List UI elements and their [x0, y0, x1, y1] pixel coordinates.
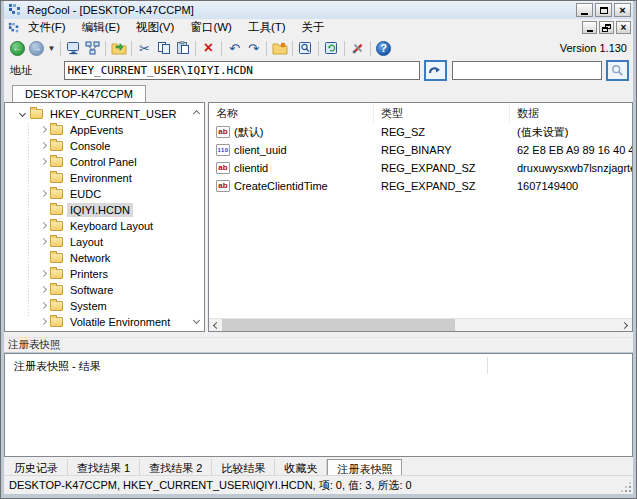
value-row[interactable]: client_uuid REG_BINARY 62 E8 EB A9 89 16…: [209, 141, 632, 159]
child-window-icon: [8, 22, 20, 34]
column-header-name[interactable]: 名称: [209, 103, 374, 123]
favorites-folder-icon[interactable]: [270, 39, 289, 58]
tree-item[interactable]: Printers: [5, 266, 204, 282]
address-bar: 地址: [4, 59, 633, 83]
folder-icon: [50, 189, 63, 199]
menu-file[interactable]: 文件(F): [20, 19, 74, 36]
address-label: 地址: [10, 63, 64, 78]
delete-icon[interactable]: ×: [199, 39, 218, 58]
history-dropdown-icon[interactable]: ▼: [46, 39, 57, 58]
folder-icon: [30, 109, 43, 119]
chevron-right-icon[interactable]: [38, 157, 48, 167]
tab-search-results-2[interactable]: 查找结果 2: [140, 459, 212, 475]
horizontal-scrollbar[interactable]: [209, 318, 632, 331]
tree-item[interactable]: Layout: [5, 234, 204, 250]
scroll-right-icon[interactable]: [619, 319, 632, 332]
folder-icon: [50, 253, 63, 263]
address-input[interactable]: [64, 61, 420, 80]
value-row[interactable]: clientid REG_EXPAND_SZ druxuwysxwb7lsnzj…: [209, 159, 632, 177]
maximize-button[interactable]: [595, 3, 612, 17]
session-tab-desktop[interactable]: DESKTOP-K47CCPM: [12, 85, 146, 102]
go-to-address-button[interactable]: [424, 60, 447, 81]
chevron-right-icon[interactable]: [38, 317, 48, 327]
paste-icon[interactable]: [173, 39, 192, 58]
tree-scroll-up-icon[interactable]: [192, 108, 201, 117]
tab-favorites[interactable]: 收藏夹: [275, 459, 327, 475]
chevron-right-icon[interactable]: [38, 141, 48, 151]
chevron-right-icon[interactable]: [38, 269, 48, 279]
chevron-right-icon[interactable]: [38, 221, 48, 231]
chevron-down-icon[interactable]: [18, 109, 28, 119]
value-list: 名称 类型 数据 (默认) REG_SZ (值未设置) client_uuid …: [208, 102, 633, 332]
help-icon[interactable]: ?: [374, 39, 393, 58]
chevron-right-icon[interactable]: [38, 301, 48, 311]
tree-item[interactable]: Console: [5, 138, 204, 154]
network-connect-icon[interactable]: [83, 39, 102, 58]
tree-scroll-down-icon[interactable]: [192, 317, 201, 326]
back-icon[interactable]: ←: [8, 39, 27, 58]
tree-item[interactable]: Network: [5, 250, 204, 266]
status-bar: DESKTOP-K47CCPM, HKEY_CURRENT_USER\IQIYI…: [4, 475, 633, 494]
scroll-left-icon[interactable]: [209, 319, 222, 332]
child-restore-button[interactable]: [599, 21, 614, 34]
jump-to-key-icon[interactable]: [109, 39, 128, 58]
folder-icon: [50, 237, 63, 247]
chevron-right-icon[interactable]: [38, 237, 48, 247]
session-tab-strip: DESKTOP-K47CCPM: [4, 83, 633, 102]
tree-item[interactable]: Environment: [5, 170, 204, 186]
scrollbar-thumb[interactable]: [222, 319, 455, 332]
search-preview-icon[interactable]: [296, 39, 315, 58]
undo-icon[interactable]: ↶: [225, 39, 244, 58]
menu-about[interactable]: 关于: [294, 19, 333, 36]
column-header-type[interactable]: 类型: [374, 103, 510, 123]
tab-compare-results[interactable]: 比较结果: [212, 459, 275, 475]
tab-history[interactable]: 历史记录: [5, 459, 68, 475]
tree-item[interactable]: Volatile Environment: [5, 314, 204, 330]
copy-icon[interactable]: [154, 39, 173, 58]
child-minimize-button[interactable]: [582, 21, 597, 34]
tree-item[interactable]: Keyboard Layout: [5, 218, 204, 234]
tree-item[interactable]: System: [5, 298, 204, 314]
tools-icon[interactable]: [348, 39, 367, 58]
folder-icon: [50, 221, 63, 231]
value-data: druxuwysxwb7lsnzjagrted: [510, 162, 632, 174]
cut-icon[interactable]: ✂: [135, 39, 154, 58]
menu-view[interactable]: 视图(V): [128, 19, 182, 36]
snapshot-panel-title: 注册表快照: [4, 337, 633, 352]
tree-item[interactable]: Control Panel: [5, 154, 204, 170]
chevron-right-icon[interactable]: [38, 125, 48, 135]
computer-icon[interactable]: [64, 39, 83, 58]
menu-window[interactable]: 窗口(W): [182, 19, 240, 36]
value-data: 62 E8 EB A9 89 16 40 43: [510, 144, 632, 156]
forward-icon[interactable]: →: [27, 39, 46, 58]
menu-tools[interactable]: 工具(T): [240, 19, 294, 36]
search-button[interactable]: [606, 60, 629, 81]
refresh-window-icon[interactable]: [322, 39, 341, 58]
value-row[interactable]: (默认) REG_SZ (值未设置): [209, 123, 632, 141]
tree-item[interactable]: EUDC: [5, 186, 204, 202]
snapshot-column-divider: [487, 357, 488, 374]
resize-grip-icon[interactable]: [621, 482, 631, 492]
child-close-button[interactable]: ×: [616, 21, 631, 34]
menu-edit[interactable]: 编辑(E): [74, 19, 128, 36]
value-name: CreateClientidTime: [234, 180, 328, 192]
tree-item-selected[interactable]: IQIYI.HCDN: [5, 202, 204, 218]
chevron-right-icon[interactable]: [38, 285, 48, 295]
tree-item[interactable]: HKEY_CURRENT_USER: [5, 106, 204, 122]
value-name: (默认): [234, 125, 263, 140]
tree-item[interactable]: AppEvents: [5, 122, 204, 138]
value-row[interactable]: CreateClientidTime REG_EXPAND_SZ 1607149…: [209, 177, 632, 195]
tree-item[interactable]: Software: [5, 282, 204, 298]
registry-tree: HKEY_CURRENT_USER AppEvents Console Cont…: [4, 102, 205, 332]
tab-registry-snapshot[interactable]: 注册表快照: [327, 459, 402, 475]
minimize-button[interactable]: [576, 3, 593, 17]
snapshot-result-header[interactable]: 注册表快照 - 结果: [5, 354, 632, 374]
title-bar: RegCool - [DESKTOP-K47CCPM] ×: [4, 1, 633, 19]
close-button[interactable]: ×: [614, 3, 631, 17]
folder-icon: [50, 157, 63, 167]
quick-search-input[interactable]: [452, 61, 602, 80]
redo-icon[interactable]: ↷: [244, 39, 263, 58]
tab-search-results-1[interactable]: 查找结果 1: [68, 459, 140, 475]
chevron-right-icon[interactable]: [38, 189, 48, 199]
column-header-data[interactable]: 数据: [510, 103, 632, 123]
